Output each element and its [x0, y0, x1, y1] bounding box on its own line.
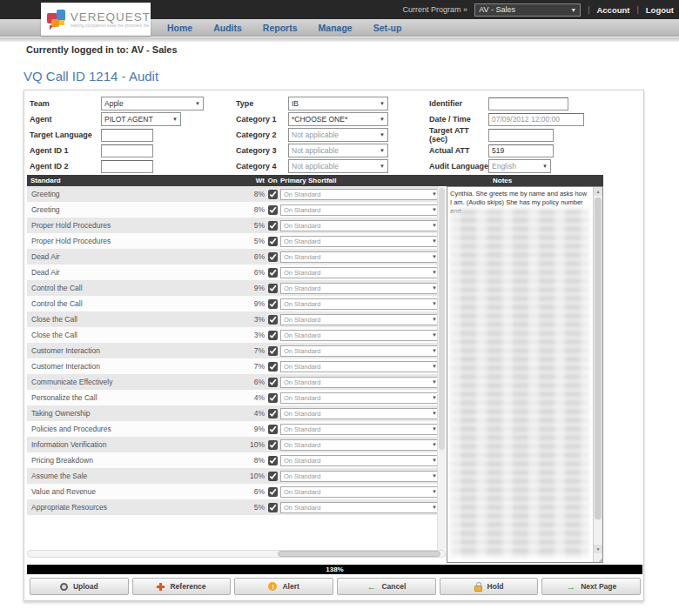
upload-button[interactable]: Upload [30, 578, 129, 595]
on-checkbox[interactable] [268, 393, 278, 403]
nav-link-home[interactable]: Home [167, 23, 192, 33]
standard-name: Dead Air [27, 268, 226, 277]
on-checkbox[interactable] [268, 503, 278, 512]
category-1-select[interactable]: *CHOOSE ONE* ▼ [288, 112, 388, 126]
primary-shortfall-select[interactable]: On Standard ▼ [280, 455, 440, 466]
on-checkbox[interactable] [268, 425, 278, 434]
scroll-down-icon[interactable]: ▼ [594, 545, 602, 553]
nav-link-reports[interactable]: Reports [263, 23, 298, 33]
on-checkbox[interactable] [268, 268, 278, 278]
category-4-select[interactable]: Not applicable ▼ [288, 159, 388, 173]
on-checkbox[interactable] [268, 237, 278, 246]
table-row: Assume the Sale 10% On Standard ▼ [27, 468, 446, 484]
primary-shortfall-select[interactable]: On Standard ▼ [280, 361, 440, 372]
standard-weight: 8% [226, 205, 265, 214]
primary-shortfall-select[interactable]: On Standard ▼ [280, 283, 440, 294]
primary-shortfall-select[interactable]: On Standard ▼ [280, 220, 440, 231]
nav-link-audits[interactable]: Audits [213, 23, 242, 33]
on-checkbox[interactable] [268, 362, 278, 372]
on-checkbox[interactable] [268, 299, 278, 309]
primary-shortfall-select[interactable]: On Standard ▼ [280, 377, 440, 388]
on-checkbox[interactable] [268, 487, 278, 497]
agent-select[interactable]: PILOT AGENT ▼ [101, 112, 181, 126]
on-checkbox[interactable] [268, 409, 278, 418]
primary-shortfall-select[interactable]: On Standard ▼ [280, 486, 440, 498]
scrollbar-thumb[interactable] [595, 198, 602, 519]
logo[interactable]: VEREQUEST helping companies keep the pro… [41, 3, 151, 36]
on-checkbox[interactable] [268, 472, 278, 481]
standard-name: Close the Call [27, 331, 226, 339]
notes-column-header: Notes [493, 177, 512, 184]
on-checkbox[interactable] [268, 190, 278, 199]
primary-shortfall-select[interactable]: On Standard ▼ [280, 314, 440, 325]
field-team: Team Apple ▼ [30, 96, 235, 111]
on-checkbox[interactable] [268, 440, 278, 450]
primary-shortfall-select[interactable]: On Standard ▼ [280, 204, 440, 216]
primary-shortfall-select[interactable]: On Standard ▼ [280, 189, 440, 200]
identifier-input[interactable] [488, 97, 568, 110]
primary-shortfall-select[interactable]: On Standard ▼ [280, 345, 440, 357]
notes-scrollbar[interactable]: ▲ ▼ ◢ [593, 187, 602, 562]
on-checkbox[interactable] [268, 205, 278, 215]
target-att-sec-input[interactable] [488, 129, 554, 142]
team-select[interactable]: Apple ▼ [101, 97, 204, 110]
field-category-3: Category 3 Not applicable ▼ [236, 143, 427, 158]
reference-button[interactable]: Reference [132, 578, 232, 595]
scrollbar-thumb[interactable] [278, 551, 440, 557]
primary-shortfall-select[interactable]: On Standard ▼ [280, 408, 440, 419]
on-checkbox[interactable] [268, 456, 278, 465]
hold-button[interactable]: Hold [440, 578, 539, 595]
standard-weight: 6% [226, 252, 265, 261]
actual-att-input[interactable] [488, 144, 554, 157]
agent-id-2-input[interactable] [101, 160, 153, 173]
primary-shortfall-select[interactable]: On Standard ▼ [280, 424, 440, 435]
category-3-select[interactable]: Not applicable ▼ [288, 144, 388, 157]
standards-horizontal-scrollbar[interactable] [27, 550, 446, 558]
form-column-2: Type IB ▼ Category 1 *CHOOSE ONE* ▼ Cate… [236, 96, 427, 174]
next-page-button[interactable]: Next Page [541, 578, 641, 595]
primary-shortfall-select[interactable]: On Standard ▼ [280, 298, 440, 310]
type-select[interactable]: IB ▼ [288, 97, 388, 110]
target-language-input[interactable] [101, 129, 153, 142]
on-checkbox[interactable] [268, 378, 278, 387]
logout-link[interactable]: Logout [646, 5, 674, 15]
scroll-up-icon[interactable]: ▲ [594, 187, 602, 196]
form-column-1: Team Apple ▼ Agent PILOT AGENT ▼ Target … [30, 96, 235, 174]
current-program-select[interactable]: AV - Sales ▼ [474, 3, 581, 17]
on-checkbox[interactable] [268, 252, 278, 262]
primary-shortfall-select[interactable]: On Standard ▼ [280, 392, 440, 404]
nav-link-manage[interactable]: Manage [319, 23, 353, 33]
primary-shortfall-select[interactable]: On Standard ▼ [280, 267, 440, 278]
scrollbar-thumb[interactable] [439, 188, 445, 450]
primary-shortfall-select[interactable]: On Standard ▼ [280, 502, 440, 513]
standard-name: Customer Interaction [27, 346, 226, 355]
resize-handle-icon[interactable]: ◢ [594, 554, 602, 562]
standard-name: Proper Hold Procedures [27, 237, 226, 245]
on-checkbox[interactable] [268, 331, 278, 340]
table-row: Appropriate Resources 5% On Standard ▼ [27, 499, 446, 515]
account-link[interactable]: Account [596, 5, 629, 15]
category-2-select[interactable]: Not applicable ▼ [288, 128, 388, 142]
agent-id-1-input[interactable] [101, 144, 153, 157]
alert-button[interactable]: Alert [234, 578, 333, 595]
on-checkbox[interactable] [268, 221, 278, 231]
on-checkbox[interactable] [268, 284, 278, 293]
nav-link-set-up[interactable]: Set-up [373, 23, 402, 33]
audit-language-select[interactable]: English ▼ [488, 159, 551, 173]
primary-shortfall-select[interactable]: On Standard ▼ [280, 330, 440, 341]
primary-shortfall-select[interactable]: On Standard ▼ [280, 471, 440, 482]
primary-shortfall-select[interactable]: On Standard ▼ [280, 236, 440, 247]
on-checkbox[interactable] [268, 315, 278, 325]
standard-name: Value and Revenue [27, 487, 226, 496]
primary-shortfall-select[interactable]: On Standard ▼ [280, 439, 440, 451]
table-row: Dead Air 6% On Standard ▼ [27, 249, 446, 264]
date-time-input[interactable] [488, 113, 584, 126]
cancel-button[interactable]: Cancel [337, 578, 436, 595]
primary-shortfall-select[interactable]: On Standard ▼ [280, 251, 440, 263]
on-checkbox[interactable] [268, 346, 278, 356]
standard-weight: 6% [226, 378, 265, 386]
standard-name: Communicate Effectively [27, 378, 226, 386]
standards-vertical-scrollbar[interactable] [437, 186, 446, 550]
notes-textarea[interactable]: Cynthia. She greets me by name and asks … [447, 186, 603, 563]
standard-weight: 5% [226, 221, 265, 230]
